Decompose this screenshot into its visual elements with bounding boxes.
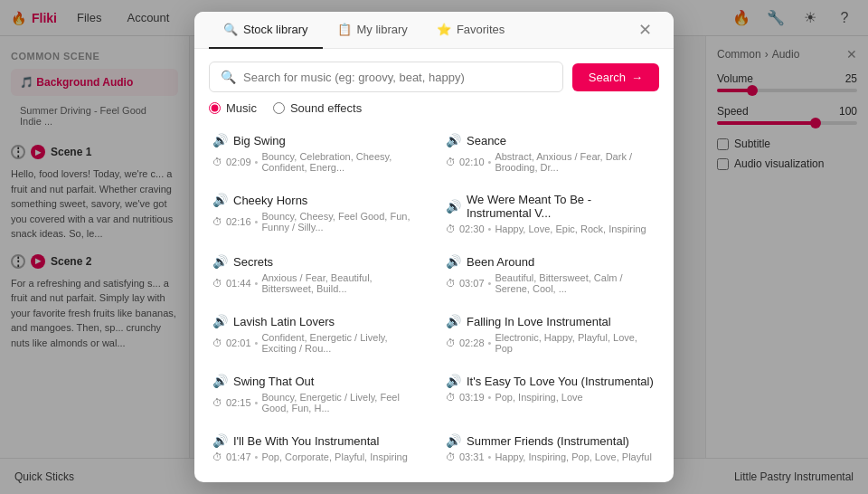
modal-close-btn[interactable]: ✕: [631, 13, 659, 47]
track-title: I'll Be With You Instrumental: [233, 434, 379, 448]
track-duration: 01:44: [226, 278, 251, 289]
track-tags: Pop, Inspiring, Love: [495, 392, 582, 403]
track-title-row: 🔊 We Were Meant To Be - Instrumental V..…: [446, 193, 656, 220]
music-track-card[interactable]: 🔊 We Were Meant To Be - Instrumental V..…: [435, 184, 666, 243]
music-track-card[interactable]: 🔊 I'll Be With You Instrumental ⏱ 01:47 …: [202, 424, 433, 471]
music-track-card[interactable]: 🔊 Quick Sticks: [202, 473, 433, 482]
tab-stock-library[interactable]: 🔍 Stock library: [209, 12, 323, 49]
music-track-card[interactable]: 🔊 Been Around ⏱ 03:07 • Beautiful, Bitte…: [435, 245, 666, 303]
track-title: Swing That Out: [233, 375, 314, 388]
music-track-card[interactable]: 🔊 Falling In Love Instrumental ⏱ 02:28 •…: [435, 305, 666, 363]
track-tags: Bouncy, Cheesy, Feel Good, Fun, Funny / …: [261, 211, 422, 233]
clock-icon: ⏱: [446, 392, 456, 403]
meta-separator: •: [488, 392, 492, 403]
track-title: Big Swing: [233, 134, 286, 147]
sounds-filter-label: Sound effects: [290, 101, 362, 115]
music-track-card[interactable]: 🔊 Lavish Latin Lovers ⏱ 02:01 • Confiden…: [202, 305, 433, 363]
speaker-icon: 🔊: [446, 133, 461, 147]
sounds-radio-label[interactable]: Sound effects: [273, 101, 362, 115]
track-title: Been Around: [467, 255, 534, 269]
search-icon: 🔍: [221, 70, 236, 84]
music-track-card[interactable]: 🔊 It's Easy To Love You (Instrumental) ⏱…: [435, 365, 666, 423]
music-track-card[interactable]: 🔊 Cheeky Horns ⏱ 02:16 • Bouncy, Cheesy,…: [202, 184, 433, 243]
tab-stock-label: Stock library: [243, 23, 308, 36]
music-track-card[interactable]: 🔊 Big Swing ⏱ 02:09 • Bouncy, Celebratio…: [202, 124, 433, 182]
tab-favorites[interactable]: ⭐ Favorites: [422, 12, 519, 49]
track-title-row: 🔊 Lavish Latin Lovers: [212, 314, 422, 328]
clock-icon: ⏱: [446, 278, 456, 289]
track-tags: Electronic, Happy, Playful, Love, Pop: [495, 332, 656, 354]
speaker-icon: 🔊: [446, 433, 461, 448]
track-title-row: 🔊 Big Swing: [212, 133, 422, 147]
tab-my-library[interactable]: 📋 My library: [323, 12, 422, 49]
my-library-icon: 📋: [337, 23, 352, 36]
clock-icon: ⏱: [212, 278, 222, 289]
speaker-icon: 🔊: [446, 314, 461, 328]
music-grid: 🔊 Big Swing ⏱ 02:09 • Bouncy, Celebratio…: [194, 124, 674, 482]
music-track-card[interactable]: 🔊 Swing That Out ⏱ 02:15 • Bouncy, Energ…: [202, 365, 433, 423]
track-title: Lavish Latin Lovers: [233, 315, 335, 328]
search-button[interactable]: Search →: [572, 63, 659, 91]
search-arrow-icon: →: [631, 71, 643, 84]
meta-separator: •: [255, 451, 259, 462]
stock-search-icon: 🔍: [223, 23, 238, 36]
meta-separator: •: [255, 337, 259, 348]
track-duration: 02:09: [226, 157, 251, 167]
track-tags: Beautiful, Bittersweet, Calm / Serene, C…: [495, 272, 656, 294]
sounds-radio[interactable]: [273, 102, 285, 114]
track-title-row: 🔊 Seance: [446, 133, 656, 147]
track-meta: ⏱ 02:01 • Confident, Energetic / Lively,…: [212, 332, 422, 354]
meta-separator: •: [255, 216, 259, 227]
speaker-icon: 🔊: [212, 193, 228, 207]
clock-icon: ⏱: [212, 451, 222, 462]
track-title: Summer Friends (Instrumental): [467, 434, 629, 448]
tab-my-label: My library: [357, 23, 408, 36]
track-title-row: 🔊 Summer Friends (Instrumental): [446, 433, 656, 448]
music-track-card[interactable]: 🔊 Seance ⏱ 02:10 • Abstract, Anxious / F…: [435, 124, 666, 182]
track-title: It's Easy To Love You (Instrumental): [467, 375, 654, 388]
track-title: Seance: [467, 134, 506, 147]
clock-icon: ⏱: [446, 337, 456, 348]
modal-search-area: 🔍 Search →: [194, 49, 674, 101]
clock-icon: ⏱: [446, 451, 456, 462]
track-tags: Bouncy, Celebration, Cheesy, Confident, …: [261, 151, 422, 173]
clock-icon: ⏱: [446, 157, 456, 167]
search-input-wrap: 🔍: [209, 62, 563, 92]
track-meta: ⏱ 03:31 • Happy, Inspiring, Pop, Love, P…: [446, 451, 656, 462]
track-duration: 01:47: [226, 451, 251, 462]
track-tags: Anxious / Fear, Beautiful, Bittersweet, …: [261, 272, 422, 294]
track-meta: ⏱ 02:09 • Bouncy, Celebration, Cheesy, C…: [212, 151, 422, 173]
music-track-card[interactable]: 🔊 Summer Friends (Instrumental) ⏱ 03:31 …: [435, 424, 666, 471]
track-title: Secrets: [233, 255, 273, 269]
track-duration: 03:19: [459, 392, 485, 403]
music-track-card[interactable]: 🔊 Secrets ⏱ 01:44 • Anxious / Fear, Beau…: [202, 245, 433, 303]
meta-separator: •: [488, 451, 492, 462]
meta-separator: •: [255, 278, 259, 289]
search-input[interactable]: [243, 71, 552, 84]
track-title-row: 🔊 Swing That Out: [212, 374, 422, 388]
track-meta: ⏱ 03:07 • Beautiful, Bittersweet, Calm /…: [446, 272, 656, 294]
speaker-icon: 🔊: [212, 433, 228, 448]
track-meta: ⏱ 02:16 • Bouncy, Cheesy, Feel Good, Fun…: [212, 211, 422, 233]
track-duration: 02:10: [459, 157, 485, 167]
clock-icon: ⏱: [212, 157, 222, 167]
meta-separator: •: [488, 157, 492, 167]
track-title-row: 🔊 Cheeky Horns: [212, 193, 422, 207]
music-track-card[interactable]: 🔊 Little Pastry - Instrumental: [435, 473, 666, 482]
track-duration: 02:16: [226, 216, 251, 227]
clock-icon: ⏱: [212, 216, 222, 227]
track-duration: 03:31: [459, 451, 485, 462]
track-tags: Abstract, Anxious / Fear, Dark / Broodin…: [495, 151, 656, 173]
music-radio[interactable]: [209, 102, 221, 114]
favorites-icon: ⭐: [437, 23, 451, 36]
speaker-icon: 🔊: [446, 199, 461, 214]
track-duration: 03:07: [459, 278, 485, 289]
music-radio-label[interactable]: Music: [209, 101, 257, 115]
track-meta: ⏱ 02:30 • Happy, Love, Epic, Rock, Inspi…: [446, 223, 656, 234]
meta-separator: •: [255, 397, 259, 408]
track-duration: 02:01: [226, 337, 251, 348]
track-tags: Happy, Love, Epic, Rock, Inspiring: [495, 223, 646, 234]
speaker-icon: 🔊: [212, 314, 228, 328]
speaker-icon: 🔊: [212, 133, 228, 147]
track-title: Falling In Love Instrumental: [467, 315, 611, 328]
